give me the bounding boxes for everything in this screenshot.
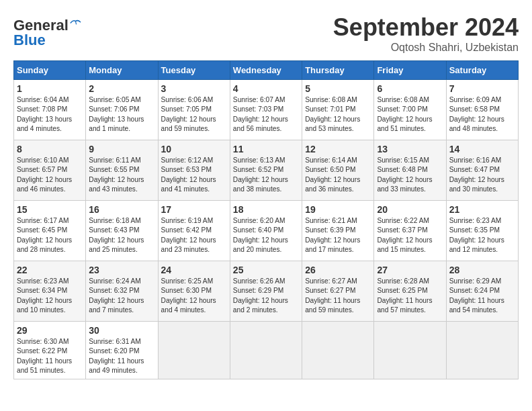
calendar-cell: 20 Sunrise: 6:22 AMSunset: 6:37 PMDaylig… [374, 201, 446, 261]
title-area: September 2024 Oqtosh Shahri, Uzbekistan [333, 13, 519, 54]
cell-content: Sunrise: 6:24 AMSunset: 6:32 PMDaylight:… [89, 277, 154, 315]
cell-content: Sunrise: 6:14 AMSunset: 6:50 PMDaylight:… [305, 156, 371, 194]
cell-content: Sunrise: 6:23 AMSunset: 6:35 PMDaylight:… [449, 216, 515, 255]
day-number: 15 [17, 204, 83, 215]
calendar-cell: 23 Sunrise: 6:24 AMSunset: 6:32 PMDaylig… [86, 261, 158, 322]
cell-content: Sunrise: 6:21 AMSunset: 6:39 PMDaylight:… [305, 216, 371, 255]
cell-content: Sunrise: 6:29 AMSunset: 6:24 PMDaylight:… [449, 277, 515, 315]
cell-content: Sunrise: 6:05 AMSunset: 7:06 PMDaylight:… [89, 95, 154, 134]
day-number: 5 [305, 83, 371, 94]
col-header-monday: Monday [86, 61, 158, 80]
col-header-wednesday: Wednesday [230, 61, 302, 80]
calendar-cell [158, 322, 230, 379]
cell-content: Sunrise: 6:04 AMSunset: 7:08 PMDaylight:… [17, 95, 83, 134]
calendar-cell: 11 Sunrise: 6:13 AMSunset: 6:52 PMDaylig… [230, 140, 302, 201]
cell-content: Sunrise: 6:25 AMSunset: 6:30 PMDaylight:… [161, 277, 227, 315]
cell-content: Sunrise: 6:10 AMSunset: 6:57 PMDaylight:… [17, 156, 83, 194]
col-header-tuesday: Tuesday [158, 61, 230, 80]
calendar-cell [446, 322, 518, 379]
calendar-cell [302, 322, 374, 379]
day-number: 27 [377, 265, 443, 275]
logo: General Blue [13, 17, 82, 49]
day-number: 29 [17, 325, 83, 336]
cell-content: Sunrise: 6:08 AMSunset: 7:01 PMDaylight:… [305, 95, 371, 134]
cell-content: Sunrise: 6:20 AMSunset: 6:40 PMDaylight:… [233, 216, 299, 255]
calendar-cell: 5 Sunrise: 6:08 AMSunset: 7:01 PMDayligh… [302, 80, 374, 140]
col-header-sunday: Sunday [14, 61, 86, 80]
calendar-cell: 9 Sunrise: 6:11 AMSunset: 6:55 PMDayligh… [86, 140, 158, 201]
calendar-cell: 18 Sunrise: 6:20 AMSunset: 6:40 PMDaylig… [230, 201, 302, 261]
location-title: Oqtosh Shahri, Uzbekistan [333, 42, 519, 54]
day-number: 21 [449, 204, 515, 215]
day-number: 12 [305, 144, 371, 154]
calendar-cell: 1 Sunrise: 6:04 AMSunset: 7:08 PMDayligh… [14, 80, 86, 140]
day-number: 6 [377, 83, 443, 94]
calendar-cell: 14 Sunrise: 6:16 AMSunset: 6:47 PMDaylig… [446, 140, 518, 201]
cell-content: Sunrise: 6:11 AMSunset: 6:55 PMDaylight:… [89, 156, 154, 194]
col-header-saturday: Saturday [446, 61, 518, 80]
calendar-cell [230, 322, 302, 379]
calendar-cell: 6 Sunrise: 6:08 AMSunset: 7:00 PMDayligh… [374, 80, 446, 140]
cell-content: Sunrise: 6:07 AMSunset: 7:03 PMDaylight:… [233, 95, 299, 134]
day-number: 20 [377, 204, 443, 215]
calendar-cell: 30 Sunrise: 6:31 AMSunset: 6:20 PMDaylig… [86, 322, 158, 379]
calendar-cell: 28 Sunrise: 6:29 AMSunset: 6:24 PMDaylig… [446, 261, 518, 322]
cell-content: Sunrise: 6:18 AMSunset: 6:43 PMDaylight:… [89, 216, 154, 255]
day-number: 2 [89, 83, 154, 94]
cell-content: Sunrise: 6:09 AMSunset: 6:58 PMDaylight:… [449, 95, 515, 134]
day-number: 22 [17, 265, 83, 275]
day-number: 28 [449, 265, 515, 275]
cell-content: Sunrise: 6:16 AMSunset: 6:47 PMDaylight:… [449, 156, 515, 194]
cell-content: Sunrise: 6:12 AMSunset: 6:53 PMDaylight:… [161, 156, 227, 194]
page-header: General Blue September 2024 Oqtosh Shahr… [13, 13, 519, 54]
logo-bird-icon [70, 18, 82, 28]
calendar-cell: 10 Sunrise: 6:12 AMSunset: 6:53 PMDaylig… [158, 140, 230, 201]
month-title: September 2024 [333, 13, 519, 42]
day-number: 9 [89, 144, 154, 154]
calendar-cell: 12 Sunrise: 6:14 AMSunset: 6:50 PMDaylig… [302, 140, 374, 201]
logo-blue: Blue [13, 32, 46, 49]
cell-content: Sunrise: 6:28 AMSunset: 6:25 PMDaylight:… [377, 277, 443, 315]
calendar-cell: 4 Sunrise: 6:07 AMSunset: 7:03 PMDayligh… [230, 80, 302, 140]
col-header-thursday: Thursday [302, 61, 374, 80]
calendar-cell: 21 Sunrise: 6:23 AMSunset: 6:35 PMDaylig… [446, 201, 518, 261]
day-number: 4 [233, 83, 299, 94]
day-number: 18 [233, 204, 299, 215]
cell-content: Sunrise: 6:13 AMSunset: 6:52 PMDaylight:… [233, 156, 299, 194]
calendar-cell: 3 Sunrise: 6:06 AMSunset: 7:05 PMDayligh… [158, 80, 230, 140]
col-header-friday: Friday [374, 61, 446, 80]
calendar-cell: 17 Sunrise: 6:19 AMSunset: 6:42 PMDaylig… [158, 201, 230, 261]
cell-content: Sunrise: 6:31 AMSunset: 6:20 PMDaylight:… [89, 337, 154, 375]
day-number: 25 [233, 265, 299, 275]
day-number: 10 [161, 144, 227, 154]
calendar-cell: 25 Sunrise: 6:26 AMSunset: 6:29 PMDaylig… [230, 261, 302, 322]
day-number: 7 [449, 83, 515, 94]
calendar-cell: 7 Sunrise: 6:09 AMSunset: 6:58 PMDayligh… [446, 80, 518, 140]
day-number: 26 [305, 265, 371, 275]
day-number: 19 [305, 204, 371, 215]
day-number: 13 [377, 144, 443, 154]
calendar-table: SundayMondayTuesdayWednesdayThursdayFrid… [13, 60, 519, 379]
calendar-cell: 19 Sunrise: 6:21 AMSunset: 6:39 PMDaylig… [302, 201, 374, 261]
cell-content: Sunrise: 6:22 AMSunset: 6:37 PMDaylight:… [377, 216, 443, 255]
cell-content: Sunrise: 6:17 AMSunset: 6:45 PMDaylight:… [17, 216, 83, 255]
cell-content: Sunrise: 6:15 AMSunset: 6:48 PMDaylight:… [377, 156, 443, 194]
day-number: 30 [89, 325, 154, 336]
day-number: 16 [89, 204, 154, 215]
cell-content: Sunrise: 6:30 AMSunset: 6:22 PMDaylight:… [17, 337, 83, 375]
cell-content: Sunrise: 6:23 AMSunset: 6:34 PMDaylight:… [17, 277, 83, 315]
calendar-cell: 26 Sunrise: 6:27 AMSunset: 6:27 PMDaylig… [302, 261, 374, 322]
calendar-cell [374, 322, 446, 379]
day-number: 11 [233, 144, 299, 154]
cell-content: Sunrise: 6:06 AMSunset: 7:05 PMDaylight:… [161, 95, 227, 134]
calendar-cell: 22 Sunrise: 6:23 AMSunset: 6:34 PMDaylig… [14, 261, 86, 322]
day-number: 17 [161, 204, 227, 215]
cell-content: Sunrise: 6:26 AMSunset: 6:29 PMDaylight:… [233, 277, 299, 315]
calendar-cell: 27 Sunrise: 6:28 AMSunset: 6:25 PMDaylig… [374, 261, 446, 322]
day-number: 23 [89, 265, 154, 275]
day-number: 24 [161, 265, 227, 275]
day-number: 8 [17, 144, 83, 154]
cell-content: Sunrise: 6:27 AMSunset: 6:27 PMDaylight:… [305, 277, 371, 315]
calendar-cell: 13 Sunrise: 6:15 AMSunset: 6:48 PMDaylig… [374, 140, 446, 201]
calendar-cell: 24 Sunrise: 6:25 AMSunset: 6:30 PMDaylig… [158, 261, 230, 322]
